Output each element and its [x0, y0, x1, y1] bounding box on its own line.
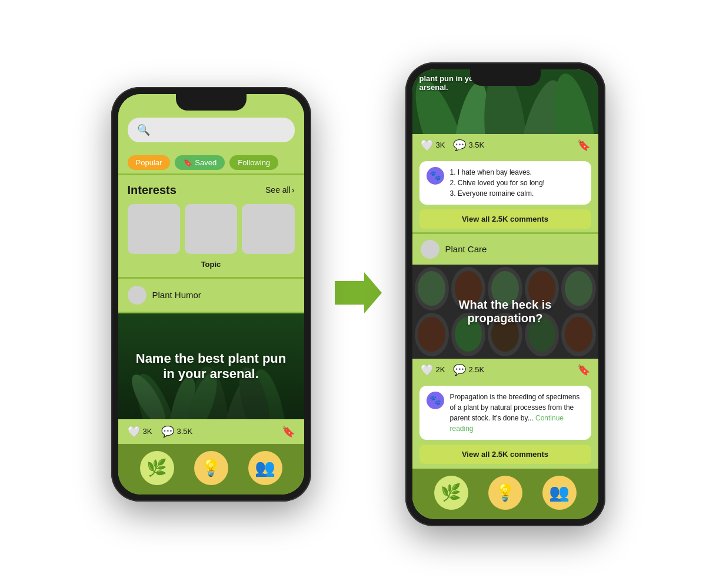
comment-action-2[interactable]: 💬 3.5K	[453, 139, 484, 152]
topic-card-1[interactable]	[128, 204, 180, 254]
category-row-care[interactable]: Plant Care	[412, 234, 598, 265]
post-image-1: Name the best plant pun in your arsenal.	[118, 313, 304, 419]
like-action-2[interactable]: 🤍 3K	[421, 139, 445, 152]
nav-bulb-1[interactable]: 💡	[194, 451, 228, 485]
bookmark-action-3[interactable]: 🔖	[577, 363, 590, 376]
bulb-icon-2: 💡	[495, 483, 515, 502]
navigation-arrow	[335, 269, 382, 319]
phone-2-screen: plant pun in your arsenal. 🤍 3K 💬 3.5K	[412, 69, 598, 519]
comment-action[interactable]: 💬 3.5K	[161, 425, 192, 438]
search-bar[interactable]: 🔍	[128, 118, 295, 142]
view-all-comments-1[interactable]: View all 2.5K comments	[419, 209, 591, 229]
comment-box-1: 🐾 1. I hate when bay leaves. 2. Chive lo…	[419, 161, 591, 205]
phone-1: 🔍 Popular 🔖 Saved Following	[111, 87, 311, 502]
avatar-icon-1: 🐾	[429, 170, 441, 181]
bookmark-icon: 🔖	[282, 425, 295, 438]
like-action-3[interactable]: 🤍 2K	[421, 363, 445, 376]
topic-grid	[128, 204, 295, 254]
phone-2-content: plant pun in your arsenal. 🤍 3K 💬 3.5K	[412, 69, 598, 519]
comment-icon-3: 💬	[453, 363, 466, 376]
leaf-icon-1: 🌿	[146, 458, 167, 477]
bookmark-icon-2: 🔖	[577, 139, 590, 152]
like-count-2: 3K	[436, 141, 445, 149]
post3-image: What the heck is propagation?	[412, 265, 598, 359]
action-bar-1: 🤍 3K 💬 3.5K 🔖	[118, 419, 304, 444]
category-name-care: Plant Care	[445, 244, 487, 254]
category-row-humor[interactable]: Plant Humor	[118, 279, 304, 312]
topic-label: Topic	[128, 260, 295, 269]
comment-text-2: Propagation is the breeding of specimens…	[450, 392, 584, 434]
comment-count-3: 2.5K	[468, 365, 484, 374]
comment-icon-2: 💬	[453, 139, 466, 152]
bookmark-action[interactable]: 🔖	[282, 425, 295, 438]
nav-leaf-2[interactable]: 🌿	[434, 476, 468, 510]
like-count: 3K	[143, 427, 152, 436]
see-all-link[interactable]: See all ›	[265, 185, 294, 195]
svg-marker-9	[335, 272, 382, 313]
tab-saved[interactable]: 🔖 Saved	[175, 155, 225, 170]
interests-title: Interests	[128, 183, 176, 197]
action-bar-2: 🤍 3K 💬 3.5K 🔖	[412, 134, 598, 156]
search-input[interactable]	[155, 124, 285, 136]
chevron-right-icon: ›	[292, 185, 295, 195]
interests-section: Interests See all › Topic	[118, 175, 304, 277]
category-avatar-care	[421, 240, 439, 259]
like-action[interactable]: 🤍 3K	[128, 425, 152, 438]
topic-card-2[interactable]	[185, 204, 237, 254]
avatar-icon-2: 🐾	[429, 395, 441, 406]
comment-icon: 💬	[161, 425, 174, 438]
heart-icon: 🤍	[128, 425, 141, 438]
topic-card-3[interactable]	[242, 204, 294, 254]
heart-icon-2: 🤍	[421, 139, 434, 152]
nav-bulb-2[interactable]: 💡	[488, 476, 522, 510]
post3-title: What the heck is propagation?	[412, 265, 598, 359]
nav-leaf-1[interactable]: 🌿	[140, 451, 174, 485]
comment-action-3[interactable]: 💬 2.5K	[453, 363, 484, 376]
category-name-humor: Plant Humor	[152, 290, 201, 300]
bottom-nav-2: 🌿 💡 👥	[412, 469, 598, 519]
bulb-icon-1: 💡	[201, 458, 221, 477]
interests-header: Interests See all ›	[128, 183, 295, 197]
people-icon-1: 👥	[255, 458, 275, 477]
comment-avatar-1: 🐾	[427, 167, 444, 185]
filter-tabs: Popular 🔖 Saved Following	[118, 149, 304, 173]
people-icon-2: 👥	[549, 483, 570, 502]
bookmark-icon-3: 🔖	[577, 363, 590, 376]
bottom-nav-1: 🌿 💡 👥	[118, 444, 304, 495]
notch-1	[176, 94, 247, 111]
nav-people-2[interactable]: 👥	[542, 476, 577, 510]
main-scene: 🔍 Popular 🔖 Saved Following	[0, 45, 716, 544]
category-avatar-humor	[128, 286, 146, 305]
leaf-icon-2: 🌿	[441, 483, 461, 502]
phone-2: plant pun in your arsenal. 🤍 3K 💬 3.5K	[405, 62, 605, 526]
nav-people-1[interactable]: 👥	[248, 451, 282, 485]
post-overlay: Name the best plant pun in your arsenal.	[118, 313, 304, 419]
like-count-3: 2K	[436, 365, 445, 374]
comment-text-1: 1. I hate when bay leaves. 2. Chive love…	[450, 167, 545, 199]
tab-popular[interactable]: Popular	[128, 155, 171, 170]
tab-following[interactable]: Following	[229, 155, 278, 170]
phone-1-screen: 🔍 Popular 🔖 Saved Following	[118, 94, 304, 495]
phone-1-content: 🔍 Popular 🔖 Saved Following	[118, 94, 304, 495]
heart-icon-3: 🤍	[421, 363, 434, 376]
comment-avatar-2: 🐾	[427, 392, 444, 409]
comment-count: 3.5K	[176, 427, 192, 436]
post-title-1: Name the best plant pun in your arsenal.	[118, 351, 304, 382]
bookmark-small-icon: 🔖	[183, 158, 192, 167]
comment-count-2: 3.5K	[468, 141, 484, 149]
search-icon: 🔍	[137, 123, 150, 136]
view-all-comments-2[interactable]: View all 2.5K comments	[419, 445, 591, 464]
comment-box-2: 🐾 Propagation is the breeding of specime…	[419, 386, 591, 440]
notch-2	[470, 69, 541, 86]
action-bar-3: 🤍 2K 💬 2.5K 🔖	[412, 359, 598, 381]
bookmark-action-2[interactable]: 🔖	[577, 139, 590, 152]
